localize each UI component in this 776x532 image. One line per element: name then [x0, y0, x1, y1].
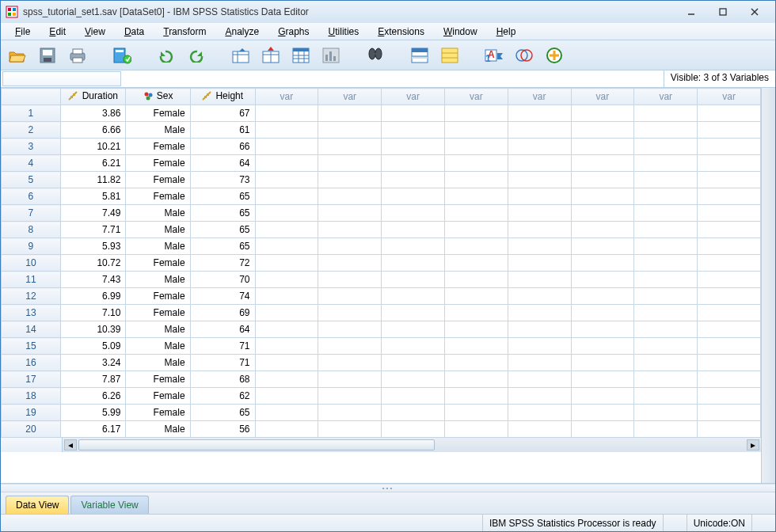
cell-empty[interactable] [571, 421, 634, 438]
cell-empty[interactable] [508, 321, 571, 338]
cell-empty[interactable] [634, 172, 698, 188]
cell-empty[interactable] [571, 305, 634, 321]
row-header[interactable]: 14 [2, 321, 61, 338]
cell-empty[interactable] [571, 139, 634, 155]
cell-duration[interactable]: 5.99 [60, 405, 126, 421]
find-icon[interactable] [363, 44, 387, 67]
cell-sex[interactable]: Female [126, 371, 190, 388]
row-header[interactable]: 18 [2, 388, 61, 405]
cell-sex[interactable]: Male [126, 355, 190, 371]
column-header-height[interactable]: Height [190, 89, 255, 105]
cell-empty[interactable] [255, 105, 318, 122]
cell-empty[interactable] [571, 122, 634, 139]
row-header[interactable]: 13 [2, 305, 61, 321]
cell-height[interactable]: 71 [190, 338, 255, 355]
cell-empty[interactable] [698, 405, 761, 421]
row-header[interactable]: 10 [2, 255, 61, 272]
cell-empty[interactable] [444, 155, 508, 172]
column-header-empty[interactable]: var [634, 89, 698, 105]
cell-empty[interactable] [571, 172, 634, 188]
cell-sex[interactable]: Male [126, 238, 190, 255]
cell-empty[interactable] [382, 188, 445, 205]
cell-empty[interactable] [318, 338, 382, 355]
column-header-empty[interactable]: var [318, 89, 382, 105]
cell-empty[interactable] [508, 222, 571, 238]
cell-empty[interactable] [634, 421, 698, 438]
cell-duration[interactable]: 5.81 [60, 188, 126, 205]
menu-data[interactable]: Data [115, 25, 154, 39]
cell-sex[interactable]: Female [126, 155, 190, 172]
menu-utilities[interactable]: Utilities [319, 25, 369, 39]
cell-duration[interactable]: 7.71 [60, 222, 126, 238]
cell-empty[interactable] [634, 238, 698, 255]
cell-empty[interactable] [444, 321, 508, 338]
cell-duration[interactable]: 5.93 [60, 238, 126, 255]
cell-empty[interactable] [634, 205, 698, 222]
use-sets-icon[interactable] [512, 44, 536, 67]
menu-edit[interactable]: Edit [40, 25, 75, 39]
cell-empty[interactable] [571, 388, 634, 405]
cell-empty[interactable] [571, 155, 634, 172]
cell-empty[interactable] [318, 371, 382, 388]
menu-graphs[interactable]: Graphs [268, 25, 318, 39]
recall-dialog-icon[interactable] [110, 44, 134, 67]
cell-empty[interactable] [508, 255, 571, 272]
menu-analyze[interactable]: Analyze [215, 25, 268, 39]
menu-file[interactable]: File [6, 25, 40, 39]
cell-empty[interactable] [571, 222, 634, 238]
cell-empty[interactable] [318, 205, 382, 222]
cell-empty[interactable] [508, 371, 571, 388]
cell-height[interactable]: 62 [190, 388, 255, 405]
cell-sex[interactable]: Female [126, 405, 190, 421]
menu-help[interactable]: Help [487, 25, 526, 39]
cell-empty[interactable] [634, 255, 698, 272]
cell-sex[interactable]: Female [126, 288, 190, 305]
cell-empty[interactable] [698, 388, 761, 405]
cell-empty[interactable] [255, 338, 318, 355]
row-header[interactable]: 3 [2, 139, 61, 155]
cell-height[interactable]: 65 [190, 405, 255, 421]
cell-empty[interactable] [318, 405, 382, 421]
minimize-button[interactable] [675, 3, 707, 21]
cell-height[interactable]: 70 [190, 272, 255, 288]
cell-empty[interactable] [255, 321, 318, 338]
scroll-thumb[interactable] [78, 439, 435, 450]
cell-sex[interactable]: Female [126, 139, 190, 155]
cell-empty[interactable] [318, 105, 382, 122]
tab-data-view[interactable]: Data View [6, 496, 69, 514]
cell-height[interactable]: 69 [190, 305, 255, 321]
cell-empty[interactable] [634, 371, 698, 388]
cell-empty[interactable] [508, 139, 571, 155]
cell-empty[interactable] [698, 355, 761, 371]
cell-duration[interactable]: 3.86 [60, 105, 126, 122]
cell-height[interactable]: 71 [190, 355, 255, 371]
cell-empty[interactable] [508, 205, 571, 222]
cell-sex[interactable]: Male [126, 338, 190, 355]
cell-empty[interactable] [698, 222, 761, 238]
cell-empty[interactable] [508, 405, 571, 421]
row-header[interactable]: 5 [2, 172, 61, 188]
split-file-icon[interactable] [408, 44, 432, 67]
cell-empty[interactable] [382, 405, 445, 421]
cell-duration[interactable]: 10.39 [60, 321, 126, 338]
cell-empty[interactable] [508, 272, 571, 288]
corner-cell[interactable] [2, 89, 61, 105]
cell-sex[interactable]: Female [126, 255, 190, 272]
cell-empty[interactable] [444, 405, 508, 421]
cell-empty[interactable] [318, 288, 382, 305]
maximize-button[interactable] [707, 3, 739, 21]
cell-empty[interactable] [382, 155, 445, 172]
cell-empty[interactable] [318, 155, 382, 172]
column-header-empty[interactable]: var [571, 89, 634, 105]
cell-empty[interactable] [255, 288, 318, 305]
cell-empty[interactable] [571, 321, 634, 338]
cell-empty[interactable] [255, 205, 318, 222]
cell-empty[interactable] [634, 305, 698, 321]
row-header[interactable]: 4 [2, 155, 61, 172]
cell-empty[interactable] [634, 355, 698, 371]
cell-empty[interactable] [255, 155, 318, 172]
row-header[interactable]: 6 [2, 188, 61, 205]
row-header[interactable]: 16 [2, 355, 61, 371]
cell-empty[interactable] [698, 238, 761, 255]
row-header[interactable]: 19 [2, 405, 61, 421]
